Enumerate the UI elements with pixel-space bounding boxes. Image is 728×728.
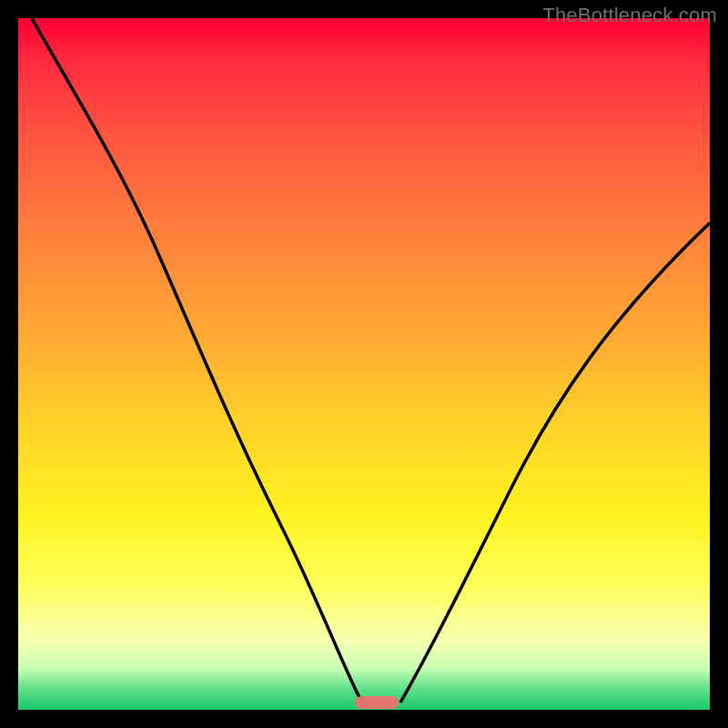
bottleneck-curve (18, 18, 710, 710)
plot-area (18, 18, 710, 710)
watermark-text: TheBottleneck.com (542, 4, 717, 27)
curve-left-branch (32, 18, 362, 703)
curve-right-branch (400, 223, 710, 703)
chart-frame: TheBottleneck.com (0, 0, 728, 728)
optimal-marker (355, 696, 399, 709)
